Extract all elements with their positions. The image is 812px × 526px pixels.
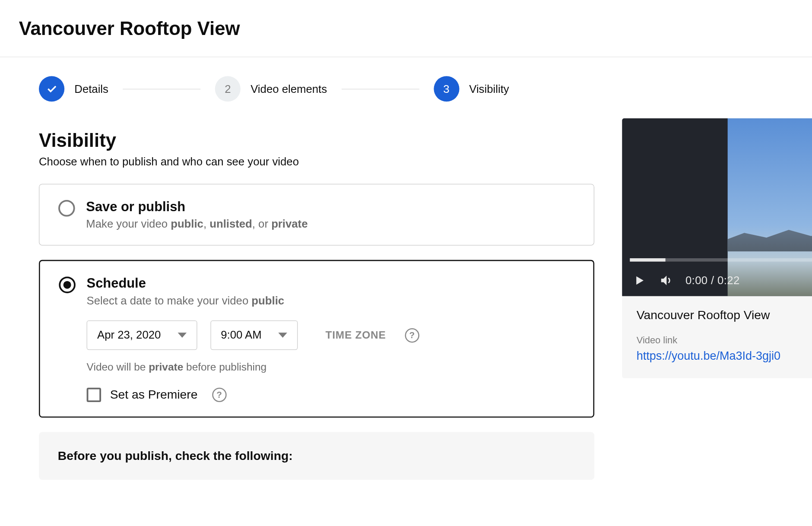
- option-schedule[interactable]: Schedule Select a date to make your vide…: [39, 260, 594, 418]
- schedule-time-select[interactable]: 9:00 AM: [210, 320, 298, 350]
- option-title: Save or publish: [86, 199, 308, 214]
- video-progress-track[interactable]: [630, 258, 812, 262]
- option-description: Make your video public, unlisted, or pri…: [86, 218, 308, 231]
- video-progress-fill: [630, 258, 666, 262]
- timezone-label: TIME ZONE: [325, 329, 386, 341]
- text: Make your video: [86, 218, 171, 230]
- dialog-header: Vancouver Rooftop View Saved as draft: [0, 0, 812, 57]
- chevron-down-icon: [278, 333, 287, 338]
- step-connector: [123, 89, 200, 89]
- notice-title: Before you publish, check the following:: [58, 449, 576, 463]
- step-visibility[interactable]: 3 Visibility: [434, 76, 509, 101]
- video-time: 0:00 / 0:22: [685, 274, 740, 287]
- radio-schedule[interactable]: [59, 276, 76, 293]
- option-title: Schedule: [87, 276, 574, 291]
- bold-private: private: [149, 361, 183, 373]
- schedule-date-select[interactable]: Apr 23, 2020: [87, 320, 197, 350]
- text: Video will be: [87, 361, 149, 373]
- bold-public: public: [251, 295, 284, 307]
- premiere-help-icon[interactable]: ?: [212, 388, 226, 402]
- bold-private: private: [271, 218, 308, 230]
- text: ,: [203, 218, 209, 230]
- preview-video-title: Vancouver Rooftop View: [637, 308, 812, 323]
- volume-icon[interactable]: [659, 273, 673, 288]
- option-description: Select a date to make your video public: [87, 295, 574, 307]
- upload-stepper: Details 2 Video elements 3 Visibility: [0, 57, 812, 107]
- schedule-date-value: Apr 23, 2020: [97, 329, 161, 342]
- step-connector: [341, 89, 419, 89]
- step-circle-idle: 2: [215, 76, 241, 101]
- schedule-note: Video will be private before publishing: [87, 361, 574, 373]
- play-icon[interactable]: [632, 273, 646, 288]
- step-label: Visibility: [469, 82, 509, 95]
- video-preview-card: 0:00 / 0:22 Vancouver Rooftop View Video…: [622, 118, 812, 378]
- premiere-checkbox[interactable]: [87, 388, 101, 402]
- step-video-elements[interactable]: 2 Video elements: [215, 76, 327, 101]
- section-title: Visibility: [39, 130, 594, 151]
- radio-save-or-publish[interactable]: [58, 200, 75, 217]
- publish-checklist-notice: Before you publish, check the following:: [39, 432, 594, 480]
- timezone-help-icon[interactable]: ?: [405, 328, 419, 342]
- video-title: Vancouver Rooftop View: [19, 18, 812, 39]
- step-label: Video elements: [251, 82, 327, 95]
- text: , or: [252, 218, 271, 230]
- video-link-label: Video link: [637, 335, 780, 346]
- bold-unlisted: unlisted: [209, 218, 252, 230]
- video-controls: 0:00 / 0:22: [622, 265, 812, 296]
- section-subtitle: Choose when to publish and who can see y…: [39, 155, 594, 168]
- step-label: Details: [74, 82, 108, 95]
- option-save-or-publish[interactable]: Save or publish Make your video public, …: [39, 184, 594, 246]
- text: Select a date to make your video: [87, 295, 252, 307]
- step-circle-done: [39, 76, 64, 101]
- chevron-down-icon: [178, 333, 187, 338]
- bold-public: public: [171, 218, 203, 230]
- step-details[interactable]: Details: [39, 76, 108, 101]
- premiere-label: Set as Premiere: [110, 388, 198, 402]
- video-link[interactable]: https://youtu.be/Ma3Id-3gji0: [637, 349, 780, 362]
- step-circle-active: 3: [434, 76, 459, 101]
- schedule-time-value: 9:00 AM: [221, 329, 261, 342]
- video-player[interactable]: 0:00 / 0:22: [622, 118, 812, 296]
- text: before publishing: [183, 361, 266, 373]
